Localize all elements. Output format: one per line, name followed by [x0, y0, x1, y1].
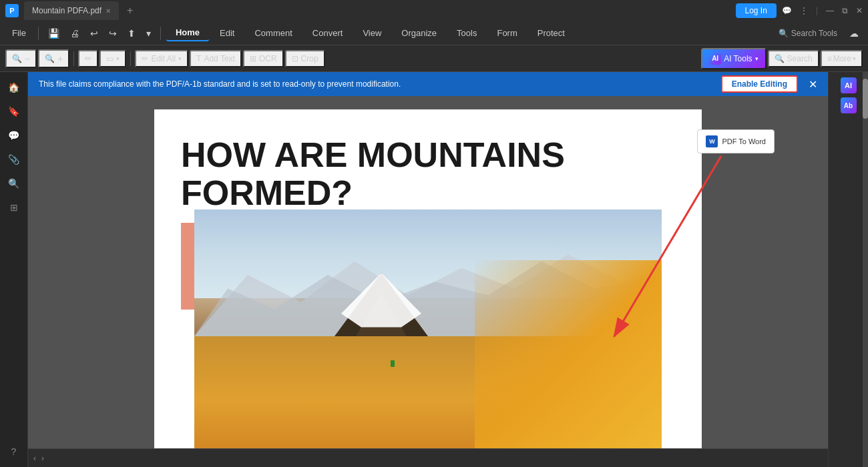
- right-ai-button[interactable]: AI: [841, 77, 857, 93]
- sidebar-comment-icon[interactable]: 💬: [4, 125, 24, 145]
- document-tab[interactable]: Mountain PDFA.pdf ✕: [24, 1, 119, 20]
- mountain-image: [194, 209, 662, 448]
- doc-content[interactable]: W PDF To Word HOW ARE MOUNTAINS FORMED?: [28, 96, 828, 448]
- nav-organize[interactable]: Organize: [392, 25, 446, 41]
- save-icon[interactable]: 💾: [44, 25, 63, 41]
- print-icon[interactable]: 🖨: [66, 25, 83, 41]
- nav-protect[interactable]: Protect: [528, 25, 574, 41]
- search-button[interactable]: 🔍 Search: [768, 50, 819, 67]
- ai-tools-label: AI Tools: [724, 54, 752, 63]
- search-tools-label-text: Search Tools: [791, 29, 837, 38]
- menu-bar: File 💾 🖨 ↩ ↪ ⬆ ▾ Home Edit Comment Conve…: [0, 21, 868, 45]
- title-bar-icons: 💬 ⋮ | — ⧉ ✕: [782, 6, 863, 15]
- pen-tool-button[interactable]: ✏: [78, 50, 98, 67]
- maximize-button[interactable]: ⧉: [842, 6, 848, 15]
- nav-view[interactable]: View: [353, 25, 391, 41]
- hiker-figure: [391, 360, 395, 367]
- word-icon: W: [706, 135, 718, 147]
- right-panel: AI Ab: [828, 72, 868, 467]
- ai-tools-dropdown-icon: ▾: [755, 55, 758, 62]
- ai-tools-button[interactable]: AI AI Tools ▾: [701, 48, 766, 69]
- pdf-to-word-button[interactable]: W PDF To Word: [697, 129, 775, 153]
- search-tools-icon: 🔍: [779, 29, 789, 38]
- add-text-label: Add Text: [204, 54, 234, 63]
- sidebar-bookmark-icon[interactable]: 🔖: [4, 101, 24, 121]
- sidebar-home-icon[interactable]: 🏠: [4, 77, 24, 97]
- edit-pen-icon: ✏: [142, 54, 148, 63]
- redo-icon[interactable]: ↪: [105, 25, 121, 41]
- pdf-page: HOW ARE MOUNTAINS FORMED?: [154, 109, 702, 448]
- edit-all-button[interactable]: ✏ Edit All ▾: [135, 50, 188, 67]
- edit-all-label: Edit All: [151, 54, 176, 63]
- scroll-thumb: [863, 79, 868, 119]
- more-button[interactable]: ≡ More ▾: [821, 50, 863, 67]
- nav-comment[interactable]: Comment: [245, 25, 301, 41]
- right-scrollbar[interactable]: [863, 72, 868, 467]
- add-text-button[interactable]: T Add Text: [190, 50, 242, 67]
- toolbar: 🔍− 🔍+ ✏ ▭ ▾ ✏ Edit All ▾ T Add Text ⊞ OC…: [0, 45, 868, 72]
- prev-page-button[interactable]: ‹: [33, 454, 36, 463]
- next-page-button[interactable]: ›: [41, 454, 44, 463]
- menu-divider-1: [38, 27, 39, 40]
- undo-icon[interactable]: ↩: [86, 25, 102, 41]
- enable-editing-button[interactable]: Enable Editing: [721, 75, 798, 93]
- menu-divider-2: [160, 27, 161, 40]
- sidebar-bottom: ?: [4, 442, 24, 462]
- more-icon: ≡: [827, 54, 832, 63]
- doc-area: This file claims compliance with the PDF…: [28, 72, 828, 467]
- zoom-out-button[interactable]: 🔍−: [5, 49, 37, 68]
- nav-form[interactable]: Form: [487, 25, 526, 41]
- nav-home[interactable]: Home: [166, 25, 209, 41]
- share-icon[interactable]: ⬆: [124, 25, 140, 41]
- file-menu[interactable]: File: [5, 25, 33, 41]
- sidebar-layers-icon[interactable]: ⊞: [4, 197, 24, 217]
- crop-label: Crop: [301, 54, 318, 63]
- tab-close-button[interactable]: ✕: [105, 7, 111, 15]
- zoom-in-button[interactable]: 🔍+: [38, 49, 69, 68]
- pdf-to-word-label: PDF To Word: [722, 137, 766, 145]
- upload-cloud-icon[interactable]: ☁: [845, 25, 863, 41]
- search-icon: 🔍: [775, 54, 785, 63]
- nav-edit[interactable]: Edit: [210, 25, 244, 41]
- toolbar-divider-1: [73, 51, 74, 66]
- ocr-icon: ⊞: [250, 54, 256, 63]
- toolbar-divider-2: [130, 51, 131, 66]
- shape-tool-button[interactable]: ▭ ▾: [99, 50, 126, 67]
- more-options-icon[interactable]: ⋮: [800, 6, 808, 15]
- login-button[interactable]: Log In: [736, 3, 777, 18]
- minimize-button[interactable]: —: [826, 6, 834, 15]
- search-tools[interactable]: 🔍 Search Tools: [779, 29, 837, 38]
- title-bar: P Mountain PDFA.pdf ✕ + Log In 💬 ⋮ | — ⧉…: [0, 0, 868, 21]
- notification-text: This file claims compliance with the PDF…: [39, 79, 716, 89]
- nav-tools[interactable]: Tools: [447, 25, 486, 41]
- more-dropdown-icon: ▾: [853, 55, 856, 62]
- nav-convert[interactable]: Convert: [303, 25, 353, 41]
- title-bar-right: Log In 💬 ⋮ | — ⧉ ✕: [736, 3, 863, 18]
- sidebar-help-icon[interactable]: ?: [4, 442, 24, 462]
- sidebar-attachment-icon[interactable]: 📎: [4, 149, 24, 169]
- dropdown-icon[interactable]: ▾: [142, 25, 155, 41]
- left-sidebar: 🏠 🔖 💬 📎 🔍 ⊞ ?: [0, 72, 28, 467]
- sidebar-search-icon[interactable]: 🔍: [4, 173, 24, 193]
- more-label: More: [833, 54, 851, 63]
- svg-marker-6: [341, 273, 421, 327]
- close-button[interactable]: ✕: [856, 6, 863, 15]
- app-logo: P: [5, 4, 19, 17]
- main-area: 🏠 🔖 💬 📎 🔍 ⊞ ? This file claims complianc…: [0, 72, 868, 467]
- main-nav: Home Edit Comment Convert View Organize …: [166, 25, 574, 41]
- mountain-image-container: [194, 209, 662, 448]
- crop-icon: ⊡: [292, 54, 298, 63]
- crop-button[interactable]: ⊡ Crop: [285, 50, 325, 67]
- document-title: HOW ARE MOUNTAINS FORMED?: [154, 109, 702, 225]
- new-tab-button[interactable]: +: [127, 5, 133, 17]
- tab-title: Mountain PDFA.pdf: [32, 6, 101, 15]
- chat-icon[interactable]: 💬: [782, 6, 792, 15]
- notification-bar: This file claims compliance with the PDF…: [28, 72, 828, 96]
- notification-close-button[interactable]: ✕: [809, 78, 817, 91]
- search-label: Search: [787, 54, 813, 63]
- ai-badge: AI: [709, 53, 721, 65]
- ocr-button[interactable]: ⊞ OCR: [243, 50, 284, 67]
- ocr-label: OCR: [259, 54, 277, 63]
- right-ab-button[interactable]: Ab: [841, 97, 857, 113]
- text-icon: T: [196, 54, 201, 63]
